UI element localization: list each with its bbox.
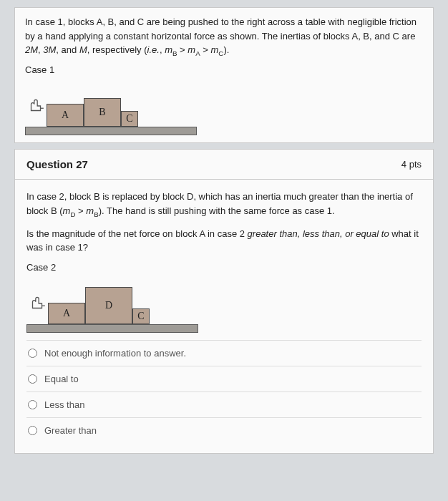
radio-equal-to[interactable] [28,374,37,384]
intro-text: In case 1, blocks A, B, and C are being … [25,15,423,59]
case2-diagram: A D C [26,276,198,333]
option-equal-to[interactable]: Equal to [26,366,422,391]
case2-label: Case 2 [26,262,422,273]
hand-push-icon [26,97,45,115]
option-label: Less than [44,399,84,410]
case1-label: Case 1 [25,64,423,75]
question-paragraph-1: In case 2, block B is replaced by block … [26,190,422,220]
q2-pre: Is the magnitude of the net force on blo… [26,228,248,239]
block-d: D [85,287,132,324]
option-label: Greater than [44,425,97,436]
case1-diagram: A B C [25,78,197,135]
question-number: Question 27 [26,158,88,170]
radio-greater-than[interactable] [28,426,37,435]
block-c: C [132,308,150,324]
option-greater-than[interactable]: Greater than [26,417,422,443]
question-body: In case 2, block B is replaced by block … [14,179,434,454]
radio-not-enough-info[interactable] [28,349,37,358]
intro-section: In case 1, blocks A, B, and C are being … [14,7,434,143]
table-surface [25,127,197,135]
table-surface [26,324,198,333]
option-less-than[interactable]: Less than [26,391,422,417]
question-points: 4 pts [401,159,422,170]
answer-options: Not enough information to answer. Equal … [26,340,422,443]
q2-em: greater than, less than, or equal to [248,228,389,239]
radio-less-than[interactable] [28,400,37,409]
block-a: A [48,303,85,324]
hand-push-icon [28,294,47,313]
option-label: Not enough information to answer. [44,348,186,359]
question-paragraph-2: Is the magnitude of the net force on blo… [26,227,422,255]
question-header: Question 27 4 pts [14,149,434,179]
option-not-enough-info[interactable]: Not enough information to answer. [26,340,422,366]
option-label: Equal to [44,374,79,384]
block-a: A [47,104,84,127]
block-b: B [84,98,121,127]
block-c: C [121,111,138,127]
